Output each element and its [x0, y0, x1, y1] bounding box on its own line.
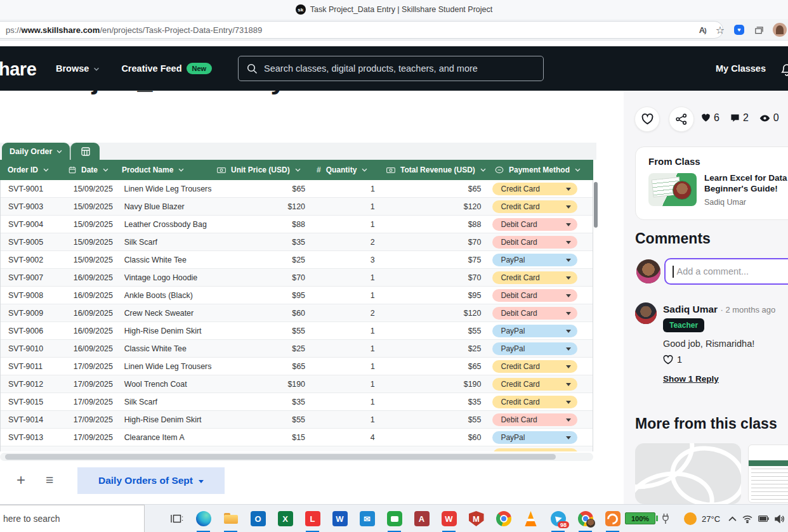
cell-order-id: SVT-9011: [1, 362, 62, 371]
taskbar-vlc[interactable]: [517, 505, 544, 532]
payment-method-select[interactable]: Credit Card: [492, 271, 577, 284]
comment-like[interactable]: 1: [663, 354, 682, 365]
nav-browse[interactable]: Browse: [56, 63, 100, 74]
temperature-label[interactable]: 27°C: [702, 514, 720, 524]
column-header-product-name[interactable]: Product Name: [114, 160, 209, 180]
payment-method-select[interactable]: Credit Card: [492, 200, 577, 213]
cell-date: 16/09/2025: [62, 344, 115, 353]
taskbar-outlook[interactable]: O: [244, 505, 272, 532]
battery-icon[interactable]: [758, 516, 769, 522]
grid-view-icon[interactable]: [70, 143, 100, 160]
payment-method-value: Debit Card: [501, 309, 537, 318]
wifi-icon[interactable]: [742, 515, 752, 523]
read-aloud-icon[interactable]: A): [699, 25, 706, 35]
wps-icon: W: [442, 511, 457, 526]
show-reply-link[interactable]: Show 1 Reply: [663, 374, 719, 384]
taskbar-wps[interactable]: W: [435, 505, 463, 532]
payment-method-select[interactable]: PayPal: [492, 431, 577, 444]
cell-total-revenue: $88: [379, 220, 487, 229]
column-header-quantity[interactable]: #Quantity: [309, 160, 379, 180]
skillshare-favicon: sk: [296, 4, 306, 15]
taskbar-telegram[interactable]: 98: [544, 505, 572, 532]
payment-method-select[interactable]: Debit Card: [492, 289, 577, 302]
all-sheets-menu-icon[interactable]: ≡: [46, 472, 53, 488]
payment-method-select[interactable]: Debit Card: [492, 413, 577, 426]
taskbar-edge[interactable]: [190, 505, 217, 532]
current-user-avatar: [636, 259, 660, 283]
cell-quantity: 1: [309, 202, 379, 211]
payment-method-select[interactable]: PayPal: [492, 325, 577, 337]
taskbar-word[interactable]: W: [326, 505, 353, 532]
like-button[interactable]: [634, 107, 660, 132]
taskbar-search-text: here to search: [3, 514, 60, 524]
nav-my-classes[interactable]: My Classes: [716, 63, 766, 74]
project-thumbnail-1[interactable]: [635, 443, 741, 504]
column-header-date[interactable]: Date: [61, 160, 114, 180]
browser-tab[interactable]: sk Task Project_Data Entry | Skillshare …: [296, 4, 492, 15]
project-thumbnail-2[interactable]: [748, 444, 788, 503]
taskbar-mcafee[interactable]: M: [463, 505, 490, 532]
chevron-up-icon[interactable]: [728, 516, 737, 522]
profile-avatar[interactable]: [773, 23, 787, 37]
column-header-order-id[interactable]: Order ID: [0, 160, 61, 180]
taskbar-mail[interactable]: ✉: [353, 505, 381, 532]
eye-icon: [759, 114, 770, 122]
payment-method-select[interactable]: Credit Card: [492, 396, 577, 408]
vlc-icon: [523, 511, 539, 526]
share-button[interactable]: [669, 107, 694, 132]
taskbar-lightshot[interactable]: L: [299, 505, 326, 532]
cell-total-revenue: $120: [379, 309, 487, 318]
taskbar-search[interactable]: here to search: [0, 505, 145, 532]
cell-date: 15/09/2025: [62, 185, 115, 193]
bell-icon[interactable]: [780, 62, 788, 77]
horizontal-scrollbar[interactable]: [5, 454, 556, 460]
payment-method-select[interactable]: PayPal: [492, 254, 577, 266]
taskbar-green-chat[interactable]: [381, 505, 408, 532]
payment-method-select[interactable]: Debit Card: [492, 307, 577, 320]
nav-creative-feed[interactable]: Creative Feed New: [121, 63, 212, 74]
browser-essentials-icon[interactable]: ♥: [734, 25, 744, 35]
skillshare-logo[interactable]: hare: [0, 59, 36, 80]
column-header-total-revenue-usd-[interactable]: Total Revenue (USD): [379, 160, 487, 180]
column-label: Product Name: [122, 165, 173, 174]
taskbar-access[interactable]: A: [408, 505, 435, 532]
payment-method-value: Debit Card: [501, 238, 537, 247]
column-label: Unit Price (USD): [231, 165, 290, 174]
favorites-star-icon[interactable]: ☆: [716, 24, 725, 36]
add-sheet-button[interactable]: +: [16, 471, 25, 489]
comment-author[interactable]: Sadiq Umar: [663, 304, 718, 315]
class-title[interactable]: Learn Excel for Data Beginner's Guide!: [704, 173, 787, 195]
payment-method-select[interactable]: Debit Card: [492, 218, 577, 231]
taskbar-chrome[interactable]: [490, 505, 517, 532]
text-cursor: [673, 266, 674, 278]
vertical-scrollbar[interactable]: [594, 182, 598, 228]
cell-date: 17/09/2025: [62, 362, 115, 371]
payment-method-select[interactable]: Debit Card: [492, 236, 577, 249]
volume-icon[interactable]: [775, 515, 785, 523]
taskbar-excel[interactable]: X: [272, 505, 299, 532]
battery-percent-widget[interactable]: 100%: [625, 512, 655, 524]
task-view-icon[interactable]: [170, 512, 184, 526]
cell-product: Classic White Tee: [115, 344, 210, 353]
column-header-unit-price-usd-[interactable]: Unit Price (USD): [209, 160, 309, 180]
payment-method-value: Credit Card: [501, 362, 539, 371]
horizontal-scrollbar-track: [0, 453, 593, 461]
cell-quantity: 2: [309, 238, 379, 247]
view-tab-daily-order[interactable]: Daily Order: [2, 143, 70, 160]
search-input[interactable]: Search classes, digital products, teache…: [238, 56, 544, 81]
payment-method-select[interactable]: Credit Card: [492, 378, 577, 391]
from-class-card[interactable]: From Class Learn Excel for Data Beginner…: [635, 146, 788, 220]
collections-icon[interactable]: [754, 25, 763, 35]
taskbar-chrome-profile[interactable]: [572, 505, 599, 532]
payment-method-select[interactable]: Credit Card: [492, 360, 577, 373]
comment-input[interactable]: Add a comment...: [664, 258, 788, 285]
payment-method-select[interactable]: PayPal: [492, 342, 577, 355]
taskbar-file-explorer[interactable]: [217, 505, 244, 532]
sheet-tab-daily-orders-of-sept[interactable]: Daily Orders of Sept: [77, 467, 225, 494]
table-row: SVT-901117/09/2025Linen Wide Leg Trouser…: [1, 358, 593, 375]
payment-method-select[interactable]: Credit Card: [492, 183, 577, 195]
column-header-payment-method[interactable]: Payment Method: [487, 160, 593, 180]
weather-sun-icon[interactable]: [684, 512, 697, 525]
address-bar[interactable]: ps://www.skillshare.com/en/projects/Task…: [0, 21, 723, 39]
taskbar-orange-app[interactable]: [599, 505, 626, 532]
